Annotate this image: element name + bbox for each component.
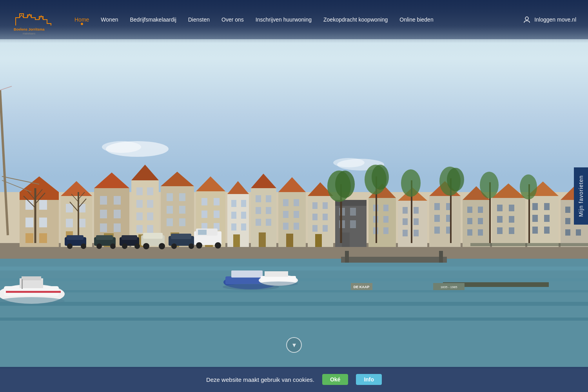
login-button[interactable]: Inloggen move.nl [523, 16, 576, 23]
svg-rect-78 [266, 195, 271, 202]
cookie-ok-button[interactable]: Oké [322, 374, 348, 385]
svg-rect-43 [136, 212, 143, 220]
svg-point-189 [520, 174, 537, 200]
svg-rect-127 [434, 203, 440, 210]
svg-marker-67 [227, 181, 249, 194]
svg-point-193 [81, 243, 86, 249]
svg-rect-70 [231, 212, 236, 219]
svg-rect-71 [241, 212, 246, 219]
nav-item-over-ons[interactable]: Over ons [221, 16, 244, 23]
scroll-down-button[interactable]: ▾ [286, 337, 302, 353]
svg-rect-228 [22, 279, 23, 289]
svg-rect-9 [0, 290, 588, 292]
svg-rect-82 [266, 219, 271, 226]
logo-area[interactable]: Boelens Jorritsma makelaars [12, 4, 59, 35]
svg-rect-136 [478, 207, 483, 213]
svg-rect-117 [398, 201, 427, 247]
svg-rect-33 [114, 210, 121, 218]
svg-rect-30 [100, 196, 107, 205]
cookie-message: Deze website maakt gebruik van cookies. [206, 376, 314, 383]
svg-marker-29 [94, 172, 129, 188]
svg-rect-164 [576, 229, 581, 236]
svg-rect-25 [66, 219, 73, 227]
header: Boelens Jorritsma makelaars Home Wonen B… [0, 0, 588, 39]
svg-point-185 [447, 168, 464, 191]
svg-rect-97 [312, 214, 318, 220]
svg-rect-95 [312, 202, 318, 209]
svg-rect-31 [114, 196, 121, 205]
favorites-tab[interactable]: Mijn favorieten [574, 167, 588, 225]
nav-item-diensten[interactable]: Diensten [188, 16, 210, 23]
svg-rect-154 [544, 215, 550, 222]
svg-text:Boelens Jorritsma: Boelens Jorritsma [14, 27, 45, 31]
svg-marker-49 [161, 172, 194, 186]
svg-rect-18 [39, 218, 47, 227]
svg-rect-101 [315, 234, 322, 247]
svg-rect-41 [136, 200, 143, 208]
svg-rect-26 [78, 219, 85, 227]
svg-rect-159 [565, 207, 570, 213]
canal-scene-svg: DE KAAP 1835 - 1985 [0, 0, 588, 392]
svg-rect-140 [478, 229, 483, 236]
svg-rect-112 [383, 205, 388, 211]
svg-rect-108 [342, 232, 350, 247]
svg-rect-199 [122, 235, 137, 240]
svg-rect-215 [341, 257, 447, 263]
nav-item-wonen[interactable]: Wonen [101, 16, 118, 23]
svg-point-197 [110, 243, 116, 249]
cookie-info-button[interactable]: Info [356, 374, 382, 385]
nav-item-inschrijven-huurwoning[interactable]: Inschrijven huurwoning [256, 16, 312, 23]
login-label: Inloggen move.nl [534, 16, 576, 23]
svg-rect-138 [478, 218, 483, 224]
svg-rect-238 [470, 243, 588, 246]
svg-rect-236 [265, 271, 288, 277]
svg-marker-76 [251, 174, 276, 188]
nav-item-online-bieden[interactable]: Online bieden [399, 16, 433, 23]
main-nav: Home Wonen Bedrijfsmakelaardij Diensten … [74, 16, 523, 23]
svg-point-204 [143, 243, 149, 249]
svg-rect-191 [67, 235, 83, 240]
nav-item-bedrijfsmakelaardij[interactable]: Bedrijfsmakelaardij [130, 16, 176, 23]
svg-rect-51 [179, 193, 185, 201]
nav-item-home[interactable]: Home [74, 16, 89, 23]
svg-rect-79 [256, 207, 261, 214]
svg-rect-107 [350, 220, 356, 228]
svg-point-245 [525, 17, 528, 20]
svg-rect-235 [261, 276, 296, 282]
user-icon [523, 16, 530, 23]
svg-rect-99 [312, 225, 318, 232]
svg-rect-120 [414, 207, 419, 214]
svg-rect-153 [532, 215, 538, 222]
svg-rect-141 [492, 198, 525, 247]
svg-rect-90 [283, 223, 289, 230]
svg-line-242 [0, 86, 12, 90]
svg-rect-62 [214, 211, 220, 218]
logo-svg: Boelens Jorritsma makelaars [12, 4, 59, 35]
svg-point-177 [335, 171, 355, 198]
svg-rect-144 [509, 205, 514, 211]
svg-text:DE KAAP: DE KAAP [354, 285, 370, 289]
svg-rect-109 [368, 198, 396, 247]
svg-rect-143 [497, 205, 503, 211]
svg-rect-81 [256, 219, 261, 226]
svg-rect-217 [439, 251, 443, 263]
svg-marker-58 [196, 176, 225, 191]
svg-rect-89 [294, 211, 299, 218]
svg-rect-16 [39, 200, 47, 210]
svg-rect-55 [179, 218, 185, 226]
svg-rect-146 [509, 216, 514, 223]
svg-rect-139 [467, 229, 472, 236]
svg-line-240 [2, 176, 39, 184]
svg-rect-77 [256, 195, 261, 202]
svg-rect-133 [463, 200, 490, 247]
svg-rect-155 [532, 227, 538, 234]
svg-rect-50 [167, 193, 173, 201]
svg-rect-91 [294, 223, 299, 230]
svg-rect-40 [147, 187, 153, 195]
svg-rect-203 [143, 233, 163, 239]
svg-rect-227 [6, 291, 61, 293]
nav-item-zoekopdracht-koopwoning[interactable]: Zoekopdracht koopwoning [323, 16, 388, 23]
svg-point-209 [189, 243, 194, 249]
svg-rect-129 [434, 215, 440, 222]
svg-point-187 [480, 172, 499, 198]
